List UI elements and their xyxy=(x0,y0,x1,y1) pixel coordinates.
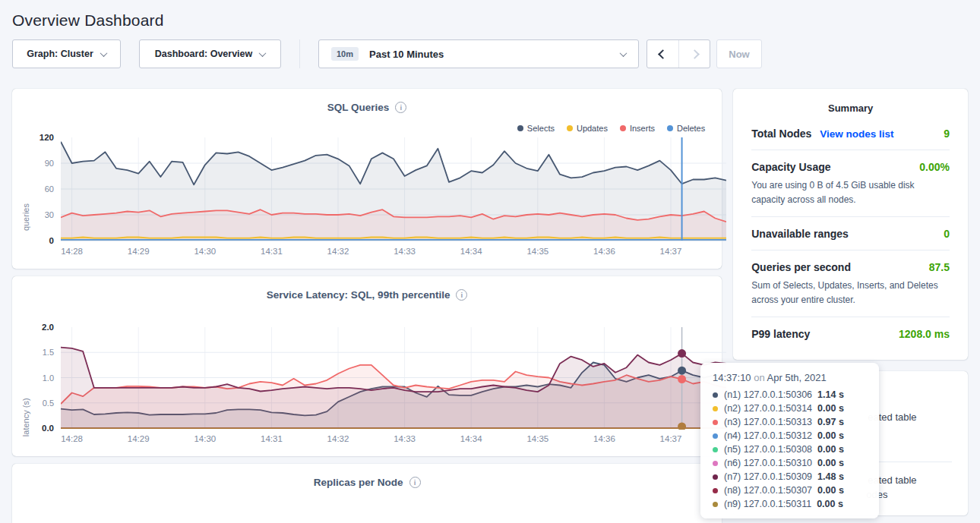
tooltip-node-address: (n5) 127.0.0.1:50308 xyxy=(724,444,812,455)
tooltip-node-value: 1.48 s xyxy=(817,471,844,482)
summary-metric-header: Queries per second87.5 xyxy=(751,261,950,273)
next-time-button[interactable] xyxy=(678,40,710,68)
now-button[interactable]: Now xyxy=(716,39,762,68)
tooltip-node-row: (n1) 127.0.0.1:503061.14 s xyxy=(713,388,867,402)
chevron-down-icon xyxy=(100,49,107,57)
x-axis-tick-label: 14:28 xyxy=(61,247,83,256)
node-color-dot-icon xyxy=(713,420,718,425)
time-range-badge: 10m xyxy=(331,47,359,61)
node-color-dot-icon xyxy=(713,502,718,507)
info-icon[interactable]: i xyxy=(456,289,467,301)
x-axis-tick-label: 14:32 xyxy=(327,434,349,443)
tooltip-node-value: 0.00 s xyxy=(817,499,843,509)
chevron-left-icon xyxy=(658,49,668,59)
time-range-picker[interactable]: 10m Past 10 Minutes xyxy=(318,39,639,68)
tooltip-node-value: 0.97 s xyxy=(817,417,844,427)
time-step-buttons xyxy=(646,39,710,68)
x-axis-tick-label: 14:32 xyxy=(327,247,349,256)
node-color-dot-icon xyxy=(713,392,718,398)
tooltip-node-value: 0.00 s xyxy=(817,444,844,455)
tooltip-node-row: (n4) 127.0.0.1:503120.00 s xyxy=(713,429,867,443)
time-range-label: Past 10 Minutes xyxy=(369,49,621,60)
y-axis-tick-label: 60 xyxy=(45,184,54,194)
tooltip-node-value: 0.00 s xyxy=(817,403,844,414)
summary-metric-row: Unavailable ranges0 xyxy=(751,217,950,250)
legend-dot-icon xyxy=(567,125,573,131)
tooltip-node-row: (n2) 127.0.0.1:503140.00 s xyxy=(713,402,867,415)
x-axis-tick-label: 14:33 xyxy=(394,434,416,443)
summary-metric-label: Unavailable ranges xyxy=(751,228,849,240)
legend-label: Updates xyxy=(577,124,608,133)
legend-dot-icon xyxy=(667,125,673,131)
tooltip-node-address: (n9) 127.0.0.1:50311 xyxy=(724,499,811,509)
tooltip-node-row: (n9) 127.0.0.1:503110.00 s xyxy=(713,497,867,511)
x-axis-tick-label: 14:36 xyxy=(593,247,615,256)
chart-legend: SelectsUpdatesInsertsDeletes xyxy=(517,124,705,133)
info-icon[interactable]: i xyxy=(409,477,421,488)
legend-item-updates: Updates xyxy=(567,124,608,133)
service-latency-plot[interactable]: 0.00.51.01.52.0latency (s)14:2814:2914:3… xyxy=(61,327,726,430)
chart-canvas[interactable] xyxy=(61,137,726,242)
y-axis-title: latency (s) xyxy=(21,398,30,436)
tooltip-node-address: (n2) 127.0.0.1:50314 xyxy=(724,403,812,414)
tooltip-node-address: (n1) 127.0.0.1:50306 xyxy=(724,389,812,400)
legend-item-selects: Selects xyxy=(517,124,555,133)
legend-item-inserts: Inserts xyxy=(620,124,655,133)
tooltip-node-row: (n6) 127.0.0.1:503100.00 s xyxy=(713,456,867,470)
summary-metric-description: You are using 0 B of 4.5 GiB usable disk… xyxy=(751,178,950,206)
summary-metric-row: Queries per second87.5Sum of Selects, Up… xyxy=(751,250,950,317)
y-axis-tick-label: 0.5 xyxy=(43,399,54,408)
chart-title-service-latency: Service Latency: SQL, 99th percentile xyxy=(267,289,450,301)
summary-metric-label: Total Nodes xyxy=(751,128,811,140)
chart-hover-tooltip: 14:37:10 on Apr 5th, 2021 (n1) 127.0.0.1… xyxy=(700,363,879,518)
tooltip-timestamp: 14:37:10 on Apr 5th, 2021 xyxy=(713,372,867,383)
dashboard-dropdown[interactable]: Dashboard: Overview xyxy=(139,39,281,68)
x-axis-tick-label: 14:35 xyxy=(526,434,548,443)
y-axis-tick-label: 0 xyxy=(49,236,54,245)
replicas-per-node-chart-card: Replicas per Node i xyxy=(12,464,722,523)
chart-title-replicas-per-node: Replicas per Node xyxy=(314,477,403,488)
sql-queries-plot[interactable]: 0306090120queries14:2814:2914:3014:3114:… xyxy=(61,137,726,242)
summary-panel: Summary Total NodesView nodes list9Capac… xyxy=(733,89,968,360)
x-axis-tick-label: 14:33 xyxy=(394,247,416,256)
x-axis-tick-label: 14:30 xyxy=(194,247,216,256)
node-color-dot-icon xyxy=(713,488,718,493)
x-axis-tick-label: 14:36 xyxy=(593,434,615,443)
chevron-right-icon xyxy=(690,49,700,59)
x-axis-tick-label: 14:35 xyxy=(526,247,548,256)
x-axis-tick-label: 14:34 xyxy=(460,247,482,256)
node-color-dot-icon xyxy=(713,433,718,439)
graph-dropdown-label: Graph: Cluster xyxy=(27,49,93,59)
chart-canvas[interactable] xyxy=(61,327,726,430)
chevron-down-icon xyxy=(620,49,628,57)
info-icon[interactable]: i xyxy=(395,102,406,113)
view-nodes-list-link[interactable]: View nodes list xyxy=(820,128,893,140)
summary-metric-row: P99 latency1208.0 ms xyxy=(751,317,950,350)
summary-metric-header: Capacity Usage0.00% xyxy=(751,161,950,173)
tooltip-node-address: (n7) 127.0.0.1:50309 xyxy=(724,471,812,482)
x-axis-tick-label: 14:34 xyxy=(460,434,482,443)
y-axis-tick-label: 30 xyxy=(45,210,54,219)
y-axis-tick-label: 90 xyxy=(45,159,54,168)
toolbar-divider xyxy=(299,39,300,68)
summary-metric-row: Capacity Usage0.00%You are using 0 B of … xyxy=(751,150,950,217)
y-axis-tick-label: 1.5 xyxy=(43,348,54,357)
y-axis-title: queries xyxy=(21,203,30,231)
node-color-dot-icon xyxy=(713,474,718,480)
legend-dot-icon xyxy=(620,125,626,131)
graph-dropdown[interactable]: Graph: Cluster xyxy=(12,39,121,68)
toolbar: Graph: Cluster Dashboard: Overview 10m P… xyxy=(12,39,968,68)
x-axis-tick-label: 14:37 xyxy=(660,247,682,256)
y-axis-tick-label: 1.0 xyxy=(43,373,54,383)
x-axis-tick-label: 14:31 xyxy=(261,247,283,256)
tooltip-node-value: 0.00 s xyxy=(817,458,844,468)
summary-metric-row: Total NodesView nodes list9 xyxy=(751,117,950,150)
tooltip-node-value: 1.14 s xyxy=(817,389,844,400)
legend-label: Selects xyxy=(527,124,555,133)
chart-title-sql-queries: SQL Queries xyxy=(327,102,390,113)
summary-metric-label: Capacity Usage xyxy=(751,161,830,173)
prev-time-button[interactable] xyxy=(647,40,678,68)
chevron-down-icon xyxy=(259,49,267,57)
tooltip-node-value: 0.00 s xyxy=(817,485,844,496)
page-title: Overview Dashboard xyxy=(0,0,980,30)
